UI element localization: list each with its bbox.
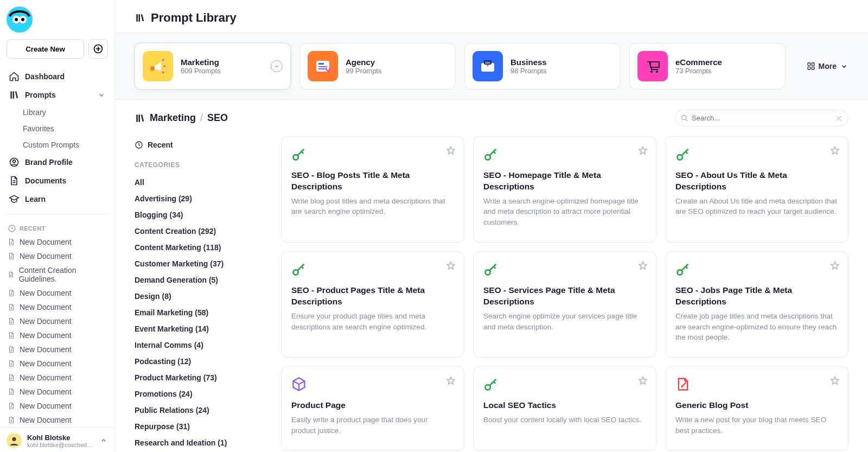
category-name: Business xyxy=(510,58,547,67)
recent-header: RECENT xyxy=(0,218,114,235)
recent-doc-item[interactable]: New Document xyxy=(0,371,114,385)
nav-custom-prompts[interactable]: Custom Prompts xyxy=(3,137,111,153)
category-link[interactable]: Event Marketing (14) xyxy=(135,321,268,337)
recent-doc-item[interactable]: New Document xyxy=(0,342,114,356)
category-link[interactable]: Design (8) xyxy=(135,288,268,304)
profile-icon xyxy=(9,157,20,168)
user-footer[interactable]: Kohl Blotske kohl.blotske@coschedul... xyxy=(0,427,114,452)
star-icon[interactable] xyxy=(445,375,456,386)
top-category-card[interactable]: Agency 99 Prompts xyxy=(299,43,456,90)
document-icon xyxy=(8,317,15,325)
recent-doc-item[interactable]: New Document xyxy=(0,286,114,300)
star-icon[interactable] xyxy=(445,145,456,156)
grid-icon xyxy=(807,62,815,71)
category-count: 98 Prompts xyxy=(510,67,547,75)
nav-prompts[interactable]: Prompts xyxy=(3,86,111,104)
category-link[interactable]: Blogging (34) xyxy=(135,207,268,223)
create-new-button[interactable]: Create New xyxy=(7,39,84,59)
card-title: SEO - Product Pages Title & Meta Descrip… xyxy=(291,285,454,308)
prompt-card[interactable]: SEO - About Us Title & Meta Descriptions… xyxy=(665,136,848,243)
clear-icon[interactable] xyxy=(834,114,843,123)
star-icon[interactable] xyxy=(829,260,840,271)
card-type-icon xyxy=(483,262,499,277)
category-link[interactable]: Internal Comms (4) xyxy=(135,337,268,353)
top-category-card[interactable]: Marketing 609 Prompts xyxy=(135,43,291,90)
prompt-card[interactable]: SEO - Services Page Title & Meta Descrip… xyxy=(473,251,656,358)
category-link[interactable]: Demand Generation (5) xyxy=(135,272,268,288)
recent-doc-item[interactable]: New Document xyxy=(0,356,114,371)
category-name: Marketing xyxy=(181,58,221,67)
top-category-card[interactable]: eCommerce 73 Prompts xyxy=(629,43,786,90)
nav-learn-label: Learn xyxy=(25,195,46,203)
star-icon[interactable] xyxy=(445,260,456,271)
card-type-icon xyxy=(675,147,691,162)
recent-doc-item[interactable]: Content Creation Guidelines. xyxy=(0,263,114,286)
category-link[interactable]: Public Relations (24) xyxy=(135,402,268,418)
prompt-card[interactable]: Local SEO Tactics Boost your content loc… xyxy=(473,366,656,451)
recent-doc-item[interactable]: New Document xyxy=(0,300,114,314)
star-icon[interactable] xyxy=(829,375,840,386)
prompt-card[interactable]: SEO - Blog Posts Title & Meta Descriptio… xyxy=(281,136,464,243)
category-thumb xyxy=(473,51,503,81)
breadcrumb-root[interactable]: Marketing xyxy=(150,112,196,124)
category-link[interactable]: Promotions (24) xyxy=(135,386,268,402)
document-icon xyxy=(8,402,15,410)
breadcrumb-leaf: SEO xyxy=(207,112,228,124)
category-link[interactable]: Research and Ideation (1) xyxy=(135,435,268,451)
recent-doc-item[interactable]: New Document xyxy=(0,399,114,413)
prompt-card[interactable]: Product Page Easily write a product page… xyxy=(281,366,464,451)
category-link[interactable]: Email Marketing (58) xyxy=(135,304,268,321)
category-link[interactable]: All xyxy=(135,174,268,190)
recent-doc-item[interactable]: New Document xyxy=(0,385,114,399)
categories-heading: CATEGORIES xyxy=(135,158,268,174)
category-link[interactable]: Advertising (29) xyxy=(135,190,268,207)
library-icon xyxy=(135,113,145,124)
star-icon[interactable] xyxy=(637,375,648,386)
card-title: Product Page xyxy=(291,400,454,411)
document-icon xyxy=(8,360,15,367)
prompt-card[interactable]: SEO - Homepage Title & Meta Descriptions… xyxy=(473,136,656,243)
recent-link[interactable]: Recent xyxy=(135,136,268,158)
card-type-icon xyxy=(291,377,307,392)
category-link[interactable]: Podcasting (12) xyxy=(135,353,268,370)
nav-learn[interactable]: Learn xyxy=(3,190,111,208)
category-count: 73 Prompts xyxy=(675,67,722,75)
recent-doc-item[interactable]: New Document xyxy=(0,314,114,328)
top-category-card[interactable]: Business 98 Prompts xyxy=(464,43,621,90)
card-desc: Search engine optimize your services pag… xyxy=(483,311,646,332)
page-title: Prompt Library xyxy=(135,11,848,25)
brand-avatar xyxy=(7,7,33,33)
card-title: SEO - Homepage Title & Meta Descriptions xyxy=(483,170,646,193)
prompt-card[interactable]: Generic Blog Post Write a new post for y… xyxy=(665,366,848,451)
more-button[interactable]: More xyxy=(807,62,848,71)
category-link[interactable]: Repurpose (31) xyxy=(135,418,268,435)
recent-doc-item[interactable]: New Document xyxy=(0,328,114,342)
chevron-down-icon xyxy=(97,91,106,99)
category-link[interactable]: Customer Marketing (37) xyxy=(135,256,268,272)
card-title: Generic Blog Post xyxy=(675,400,838,411)
nav-documents[interactable]: Documents xyxy=(3,171,111,190)
category-link[interactable]: Product Marketing (73) xyxy=(135,370,268,386)
prompt-card[interactable]: SEO - Jobs Page Title & Meta Description… xyxy=(665,251,848,358)
nav-favorites[interactable]: Favorites xyxy=(3,120,111,137)
nav-dashboard[interactable]: Dashboard xyxy=(3,67,111,86)
category-link[interactable]: Content Marketing (118) xyxy=(135,239,268,256)
search-input[interactable] xyxy=(675,110,848,126)
star-icon[interactable] xyxy=(829,145,840,156)
category-link[interactable]: Content Creation (292) xyxy=(135,223,268,239)
recent-list: New DocumentNew DocumentContent Creation… xyxy=(0,235,114,427)
svg-point-22 xyxy=(650,71,653,73)
recent-doc-item[interactable]: New Document xyxy=(0,249,114,263)
star-icon[interactable] xyxy=(637,145,648,156)
nav-library[interactable]: Library xyxy=(3,104,111,120)
clock-icon xyxy=(135,141,143,149)
document-icon xyxy=(9,175,20,186)
star-icon[interactable] xyxy=(637,260,648,271)
search-icon xyxy=(680,114,689,123)
new-chat-button[interactable] xyxy=(88,39,108,59)
prompt-card[interactable]: SEO - Product Pages Title & Meta Descrip… xyxy=(281,251,464,358)
recent-doc-item[interactable]: New Document xyxy=(0,235,114,249)
svg-rect-24 xyxy=(650,62,659,67)
nav-brand-profile[interactable]: Brand Profile xyxy=(3,153,111,171)
recent-doc-item[interactable]: New Document xyxy=(0,413,114,427)
